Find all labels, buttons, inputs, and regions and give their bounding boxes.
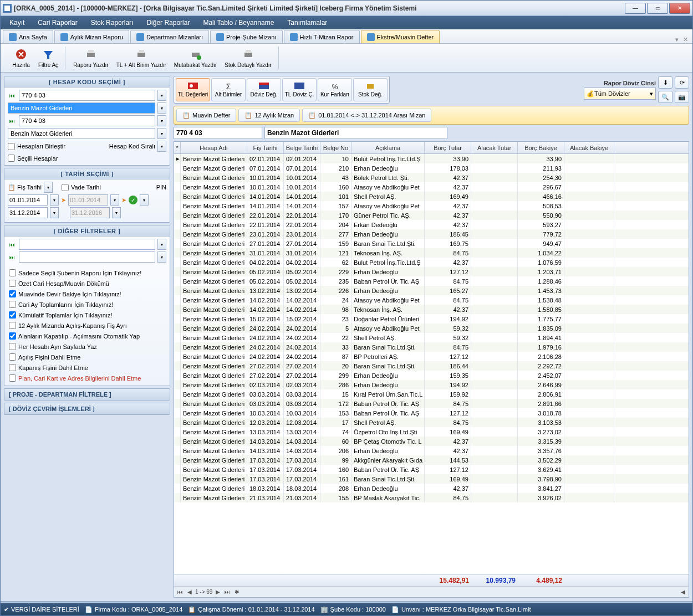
table-row[interactable]: Benzin Mazot Giderleri22.01.201422.01.20… xyxy=(174,211,689,220)
tab-0[interactable]: Ana Sayfa xyxy=(3,30,53,43)
filter-item-9[interactable]: Kapanış Fişini Dahil Etme xyxy=(8,362,166,373)
export-btn[interactable]: ⬇ xyxy=(658,76,672,89)
table-row[interactable]: Benzin Mazot Giderleri21.03.201421.03.20… xyxy=(174,493,689,502)
acct-name[interactable] xyxy=(264,127,447,139)
table-row[interactable]: ▸Benzin Mazot Giderleri02.01.201402.01.2… xyxy=(174,154,689,163)
tl-alt-birim-button[interactable]: TL + Alt Birim Yazdır xyxy=(113,47,170,69)
dd-5[interactable]: ▾ xyxy=(157,141,166,152)
date-from-1[interactable] xyxy=(8,194,48,206)
hesap-name-2[interactable] xyxy=(8,128,155,139)
table-row[interactable]: Benzin Mazot Giderleri14.01.201414.01.20… xyxy=(174,192,689,201)
menu-cariraporlar[interactable]: Cari Raporlar xyxy=(31,16,84,29)
table-row[interactable]: Benzin Mazot Giderleri07.01.201407.01.20… xyxy=(174,163,689,173)
table-row[interactable]: Benzin Mazot Giderleri12.03.201412.03.20… xyxy=(174,418,689,427)
table-row[interactable]: Benzin Mazot Giderleri14.02.201414.02.20… xyxy=(174,295,689,305)
raporu-yazdir-button[interactable]: Raporu Yazdır xyxy=(70,47,112,69)
dd-2[interactable]: ▾ xyxy=(157,102,166,114)
filter-item-4[interactable]: Kümülatif Toplamlar İçin Tıklayınız! xyxy=(8,310,166,320)
search-btn[interactable]: 🔍 xyxy=(658,91,672,103)
pager-prev[interactable]: ◀ xyxy=(186,589,193,595)
menu-stokraporlar[interactable]: Stok Raporları xyxy=(84,16,140,29)
table-row[interactable]: Benzin Mazot Giderleri03.03.201403.03.20… xyxy=(174,389,689,399)
filter-item-0[interactable]: Sadece Seçili Şubenin Raporu İçin Tıklay… xyxy=(8,268,166,278)
subtab-2[interactable]: 📋01.01.2014 <-> 31.12.2014 Arası Mizan xyxy=(302,109,431,122)
fis-dd[interactable]: ▾ xyxy=(44,182,53,193)
table-row[interactable]: Benzin Mazot Giderleri10.01.201410.01.20… xyxy=(174,173,689,182)
date-to-1[interactable] xyxy=(8,207,48,218)
table-row[interactable]: Benzin Mazot Giderleri14.03.201414.03.20… xyxy=(174,446,689,455)
viewtab-2[interactable]: Döviz Değ. xyxy=(247,78,281,101)
col-belge-no[interactable]: Belge No xyxy=(320,142,351,153)
tab-5[interactable]: Ekstre/Muavin Defter xyxy=(361,30,440,43)
proje-collapse[interactable]: [ PROJE - DEPARTMAN FİLTRELE ] xyxy=(4,388,170,401)
hesap-code-2[interactable] xyxy=(19,115,155,126)
viewtab-1[interactable]: ΣAlt Birimler xyxy=(211,78,246,101)
doviz-collapse[interactable]: [ DÖVİZ ÇEVRİM İŞLEMLERİ ] xyxy=(4,403,170,415)
table-row[interactable]: Benzin Mazot Giderleri14.03.201414.03.20… xyxy=(174,437,689,446)
table-row[interactable]: Benzin Mazot Giderleri03.03.201403.03.20… xyxy=(174,399,689,408)
table-row[interactable]: Benzin Mazot Giderleri24.02.201424.02.20… xyxy=(174,324,689,333)
acct-code[interactable] xyxy=(174,127,262,139)
table-row[interactable]: Benzin Mazot Giderleri10.01.201410.01.20… xyxy=(174,182,689,192)
table-row[interactable]: Benzin Mazot Giderleri14.01.201414.01.20… xyxy=(174,201,689,211)
filter-item-7[interactable]: Her Hesabı Ayrı Sayfada Yaz xyxy=(8,341,166,352)
col-alacak-tutar[interactable]: Alacak Tutar xyxy=(471,142,518,153)
last-icon[interactable]: ⏭ xyxy=(8,116,17,125)
filter-item-6[interactable]: Alanların Kapatılıp - Açılmasını Otomati… xyxy=(8,331,166,341)
filter-item-10[interactable]: Plan, Cari Kart ve Adres Bilgilerini Dah… xyxy=(8,373,166,383)
table-row[interactable]: Benzin Mazot Giderleri24.02.201424.02.20… xyxy=(174,352,689,361)
pager-last[interactable]: ⏭ xyxy=(223,589,231,595)
viewtab-3[interactable]: TL-Döviz Ç. xyxy=(282,78,317,101)
table-row[interactable]: Benzin Mazot Giderleri13.03.201413.03.20… xyxy=(174,427,689,437)
viewtab-5[interactable]: Stok Değ. xyxy=(353,78,388,101)
table-row[interactable]: Benzin Mazot Giderleri27.02.201427.02.20… xyxy=(174,361,689,371)
tab-4[interactable]: Hızlı T-Mizan Rapor xyxy=(284,30,360,43)
filter-first-icon[interactable]: ⏮ xyxy=(8,240,17,249)
hesap-birlestir-chk[interactable]: Hesapları Birleştir xyxy=(8,142,65,151)
hesap-name-1[interactable] xyxy=(8,102,155,114)
menu-kayt[interactable]: Kayıt xyxy=(3,16,31,29)
dd-4[interactable]: ▾ xyxy=(157,128,166,139)
secili-hesaplar-chk[interactable]: Seçili Hesaplar xyxy=(8,153,166,163)
table-row[interactable]: Benzin Mazot Giderleri24.02.201424.02.20… xyxy=(174,333,689,342)
camera-btn[interactable]: 📷 xyxy=(675,91,689,103)
table-row[interactable]: Benzin Mazot Giderleri05.02.201405.02.20… xyxy=(174,276,689,286)
col-fis-tarihi[interactable]: Fiş Tarihi xyxy=(247,142,284,153)
tabs-close[interactable]: ✕ xyxy=(681,36,690,43)
stok-detay-button[interactable]: Stok Detaylı Yazdır xyxy=(221,47,275,69)
menu-malitablobeyanname[interactable]: Mali Tablo / Beyanname xyxy=(196,16,281,29)
viewtab-4[interactable]: %Kur Farkları xyxy=(318,78,352,101)
pager-scroll[interactable]: ◀ xyxy=(680,589,686,595)
table-row[interactable]: Benzin Mazot Giderleri27.02.201427.02.20… xyxy=(174,371,689,380)
filter-last-icon[interactable]: ⏭ xyxy=(8,253,17,261)
pager-next[interactable]: ▶ xyxy=(215,589,221,595)
table-row[interactable]: Benzin Mazot Giderleri23.01.201423.01.20… xyxy=(174,229,689,239)
dd-1[interactable]: ▾ xyxy=(157,90,166,101)
table-row[interactable]: Benzin Mazot Giderleri02.03.201402.03.20… xyxy=(174,380,689,389)
table-row[interactable]: Benzin Mazot Giderleri05.02.201405.02.20… xyxy=(174,267,689,276)
col-borc-tutar[interactable]: Borç Tutar xyxy=(425,142,471,153)
filtre-button[interactable]: Filtre Aç xyxy=(35,47,62,69)
tabs-dropdown[interactable]: ▾ xyxy=(673,36,681,43)
first-icon[interactable]: ⏮ xyxy=(8,91,17,100)
filter-in-1[interactable] xyxy=(19,239,155,250)
dd-3[interactable]: ▾ xyxy=(157,115,166,126)
mutabakat-button[interactable]: Mutabakat Yazdır xyxy=(171,47,220,69)
minimize-button[interactable]: — xyxy=(625,3,646,14)
tab-2[interactable]: Departman Mizanları xyxy=(130,30,209,43)
table-row[interactable]: Benzin Mazot Giderleri18.03.201418.03.20… xyxy=(174,484,689,493)
col-borc-bakiye[interactable]: Borç Bakiye xyxy=(518,142,564,153)
filter-item-5[interactable]: 12 Aylık Mizanda Açılış-Kapanış Fiş Ayrı xyxy=(8,320,166,331)
table-row[interactable]: Benzin Mazot Giderleri22.01.201422.01.20… xyxy=(174,220,689,229)
pager-add[interactable]: ✱ xyxy=(233,589,240,595)
table-row[interactable]: Benzin Mazot Giderleri15.02.201415.02.20… xyxy=(174,314,689,324)
table-row[interactable]: Benzin Mazot Giderleri17.03.201417.03.20… xyxy=(174,474,689,484)
maximize-button[interactable]: ▭ xyxy=(647,3,668,14)
filter-in-2[interactable] xyxy=(19,251,155,263)
close-button[interactable]: ✕ xyxy=(669,3,690,14)
table-row[interactable]: Benzin Mazot Giderleri24.02.201424.02.20… xyxy=(174,342,689,352)
menu-dierraporlar[interactable]: Diğer Raporlar xyxy=(140,16,196,29)
filter-item-2[interactable]: Muavinde Devir Bakiye İçin Tıklayınız! xyxy=(8,289,166,299)
table-row[interactable]: Benzin Mazot Giderleri14.02.201414.02.20… xyxy=(174,305,689,314)
status-vergi[interactable]: ✔ VERGİ DAİRE SİTELERİ xyxy=(4,606,79,613)
